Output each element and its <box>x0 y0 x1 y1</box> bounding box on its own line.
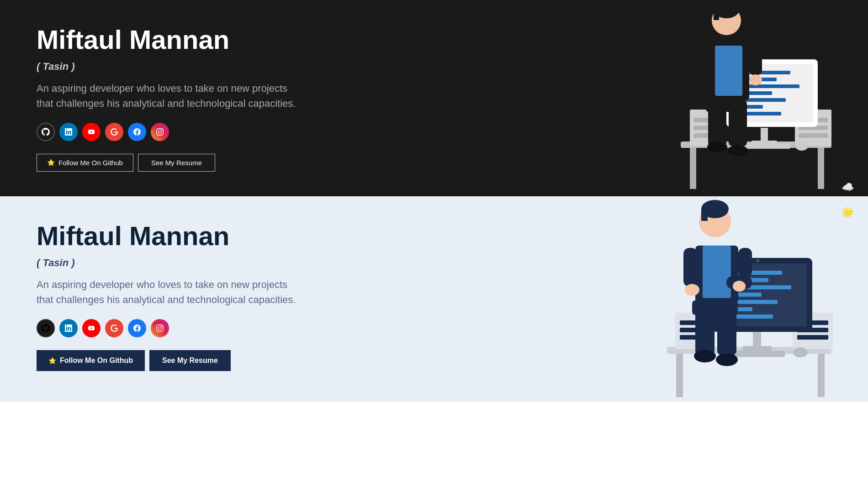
dark-google-icon[interactable] <box>105 123 123 141</box>
svg-point-71 <box>733 281 746 292</box>
light-social-icons <box>37 319 306 337</box>
dark-github-icon[interactable] <box>37 123 55 141</box>
svg-rect-2 <box>818 148 824 189</box>
light-google-icon[interactable] <box>105 319 123 337</box>
svg-rect-29 <box>697 48 709 84</box>
svg-rect-30 <box>749 48 762 75</box>
svg-point-34 <box>707 141 727 152</box>
svg-point-61 <box>793 347 808 357</box>
svg-rect-76 <box>692 300 738 315</box>
svg-rect-48 <box>753 331 761 347</box>
dark-nickname: ( Tasin ) <box>37 61 306 73</box>
dark-linkedin-icon[interactable] <box>59 123 78 141</box>
svg-rect-67 <box>683 248 697 287</box>
light-nickname: ( Tasin ) <box>37 257 306 269</box>
dark-youtube-icon[interactable] <box>82 123 101 141</box>
light-instagram-icon[interactable] <box>151 319 169 337</box>
dark-text-area: Miftaul Mannan ( Tasin ) An aspiring dev… <box>37 25 306 172</box>
svg-rect-38 <box>676 354 683 397</box>
svg-rect-49 <box>742 346 772 351</box>
svg-point-35 <box>728 145 748 156</box>
light-youtube-icon[interactable] <box>82 319 101 337</box>
svg-rect-68 <box>738 248 752 278</box>
dark-illustration <box>557 0 841 196</box>
light-theme-toggle[interactable]: 🌟 <box>836 203 859 221</box>
light-section: Miftaul Mannan ( Tasin ) An aspiring dev… <box>0 196 868 402</box>
svg-rect-36 <box>706 98 745 112</box>
svg-point-23 <box>795 141 808 151</box>
light-facebook-icon[interactable] <box>128 319 146 337</box>
svg-rect-47 <box>797 335 828 340</box>
svg-rect-11 <box>761 128 768 141</box>
dark-description: An aspiring developer who loves to take … <box>37 81 306 111</box>
star-icon-light: ⭐ <box>48 357 56 364</box>
light-title: Miftaul Mannan <box>37 221 306 251</box>
light-linkedin-icon[interactable] <box>59 319 78 337</box>
svg-point-59 <box>756 259 760 262</box>
light-illustration <box>539 196 841 402</box>
svg-rect-10 <box>799 133 828 138</box>
dark-github-button[interactable]: ⭐ Follow Me On Github <box>37 154 133 172</box>
dark-facebook-icon[interactable] <box>128 123 146 141</box>
dark-title: Miftaul Mannan <box>37 25 306 54</box>
dark-section: Miftaul Mannan ( Tasin ) An aspiring dev… <box>0 0 868 196</box>
light-github-icon[interactable] <box>37 319 55 337</box>
light-buttons: ⭐ Follow Me On Github See My Resume <box>37 350 306 371</box>
svg-rect-26 <box>714 10 719 20</box>
svg-point-75 <box>716 353 738 366</box>
light-resume-button[interactable]: See My Resume <box>149 350 231 371</box>
svg-point-31 <box>749 74 762 85</box>
dark-buttons: ⭐ Follow Me On Github See My Resume <box>37 154 306 172</box>
dark-resume-button[interactable]: See My Resume <box>138 154 215 172</box>
svg-rect-39 <box>818 354 825 397</box>
svg-point-74 <box>694 350 716 362</box>
svg-point-70 <box>685 284 699 296</box>
dark-social-icons <box>37 123 306 141</box>
star-icon-dark: ⭐ <box>47 159 55 166</box>
dark-theme-toggle[interactable]: ☁️ <box>836 178 859 196</box>
svg-rect-1 <box>690 148 696 189</box>
light-description: An aspiring developer who loves to take … <box>37 277 306 307</box>
svg-rect-28 <box>715 46 742 96</box>
dark-instagram-icon[interactable] <box>151 123 169 141</box>
light-text-area: Miftaul Mannan ( Tasin ) An aspiring dev… <box>37 221 306 371</box>
svg-rect-64 <box>701 209 708 221</box>
svg-rect-66 <box>703 246 731 298</box>
light-github-button[interactable]: ⭐ Follow Me On Github <box>37 350 145 371</box>
